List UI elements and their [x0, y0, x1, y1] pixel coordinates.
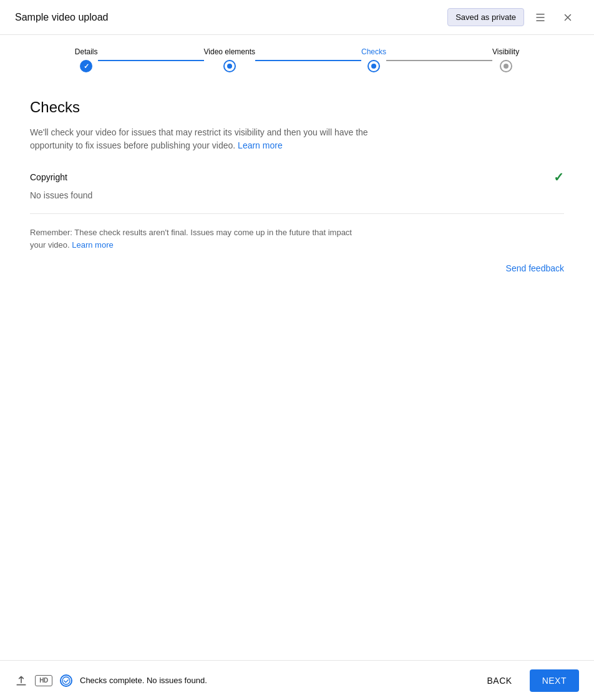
learn-more-link-bottom[interactable]: Learn more — [72, 240, 113, 250]
step-details-circle: ✓ — [80, 60, 92, 72]
connector-3 — [386, 60, 492, 61]
svg-point-3 — [62, 677, 70, 684]
upload-icon — [15, 674, 27, 687]
step-checks-label: Checks — [361, 47, 386, 56]
step-video-elements: Video elements — [204, 47, 256, 72]
page-title: Checks — [30, 99, 564, 116]
stepper: Details ✓ Video elements Checks Visibili… — [0, 35, 594, 79]
copyright-section: Copyright ✓ No issues found — [30, 170, 564, 201]
connector-1 — [98, 60, 204, 61]
step-checks: Checks — [361, 47, 386, 72]
step-video-elements-circle — [223, 60, 236, 72]
check-complete-icon — [60, 674, 72, 687]
saved-badge: Saved as private — [447, 8, 524, 26]
copyright-label: Copyright — [30, 172, 67, 182]
section-divider — [30, 213, 564, 214]
header-actions: Saved as private — [447, 6, 579, 29]
check-circle-icon — [61, 676, 71, 686]
step-video-elements-label: Video elements — [204, 47, 256, 56]
menu-button[interactable] — [529, 6, 552, 29]
close-button[interactable] — [557, 6, 579, 29]
footer-nav: BACK NEXT — [477, 669, 579, 692]
checkmark-icon: ✓ — [553, 170, 564, 185]
main-content: Checks We'll check your video for issues… — [0, 79, 594, 296]
step-details: Details ✓ — [75, 47, 98, 72]
footer-status-area: HD Checks complete. No issues found. — [15, 674, 207, 687]
footer-status-text: Checks complete. No issues found. — [80, 676, 207, 685]
remember-text: Remember: These check results aren't fin… — [30, 226, 354, 251]
hd-badge: HD — [35, 675, 52, 686]
step-details-label: Details — [75, 47, 98, 56]
send-feedback-row: Send feedback — [30, 261, 564, 276]
svg-rect-0 — [536, 14, 545, 15]
step-checks-circle — [368, 60, 380, 72]
next-button[interactable]: NEXT — [530, 669, 579, 692]
close-icon — [562, 12, 573, 23]
step-visibility-circle — [500, 60, 512, 72]
menu-icon — [535, 12, 546, 23]
send-feedback-button[interactable]: Send feedback — [506, 261, 564, 276]
connector-2 — [255, 60, 361, 61]
header: Sample video upload Saved as private — [0, 0, 594, 35]
svg-rect-1 — [536, 17, 545, 18]
step-visibility-label: Visibility — [492, 47, 519, 56]
no-issues-text: No issues found — [30, 190, 92, 200]
svg-rect-2 — [536, 20, 545, 21]
step-visibility: Visibility — [492, 47, 519, 72]
dialog-title: Sample video upload — [15, 12, 108, 23]
footer: HD Checks complete. No issues found. BAC… — [0, 660, 594, 700]
back-button[interactable]: BACK — [477, 671, 522, 691]
description: We'll check your video for issues that m… — [30, 126, 379, 152]
learn-more-link-top[interactable]: Learn more — [238, 140, 283, 150]
copyright-row: Copyright ✓ — [30, 170, 564, 185]
